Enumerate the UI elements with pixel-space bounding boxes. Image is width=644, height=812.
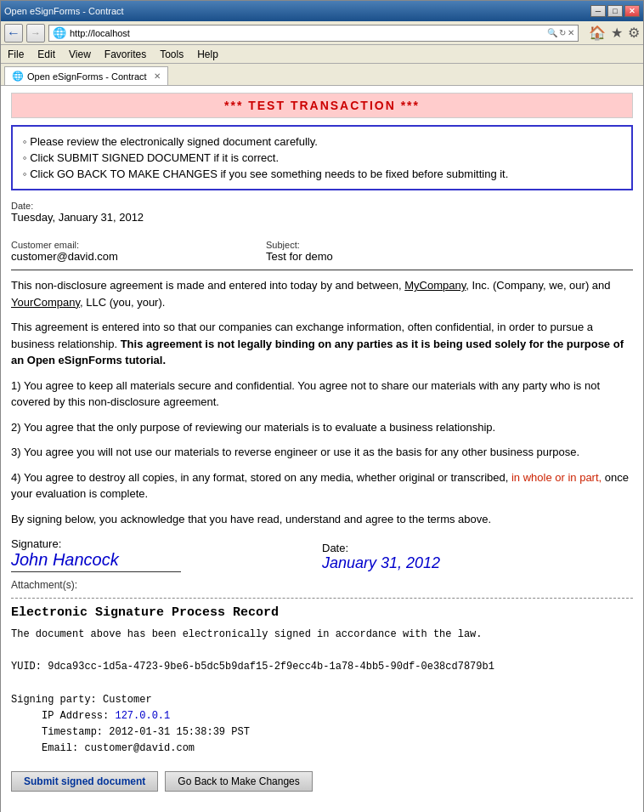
search-icon: 🔍 [547, 28, 557, 37]
date-signed-value: January 31, 2012 [322, 554, 633, 572]
subject-label: Subject: [266, 240, 633, 250]
address-bar: 🌐 http://localhost 🔍 ↻ ✕ [48, 25, 579, 42]
date-label: Date: [11, 201, 633, 211]
instruction-2: Click SUBMIT SIGNED DOCUMENT if it is co… [23, 150, 621, 166]
test-banner: *** TEST TRANSACTION *** [11, 93, 633, 118]
nav-bar: ← → 🌐 http://localhost 🔍 ↻ ✕ 🏠 ★ ⚙ [1, 21, 643, 45]
ip-value: 127.0.0.1 [115, 710, 170, 722]
email-text: Email: customer@david.com [42, 742, 195, 754]
menu-bar: File Edit View Favorites Tools Help [1, 45, 643, 64]
tab-label: Open eSignForms - Contract [27, 71, 147, 82]
active-tab[interactable]: 🌐 Open eSignForms - Contract ✕ [4, 66, 168, 85]
stop-icon[interactable]: ✕ [568, 28, 574, 37]
toolbar-right: 🏠 ★ ⚙ [589, 25, 640, 41]
espr-line1: The document above has been electronical… [11, 627, 633, 643]
minimize-button[interactable]: ─ [590, 5, 606, 17]
instructions-box: Please review the electronically signed … [11, 125, 633, 190]
yuid-value: 9dca93cc-1d5a-4723-9be6-b5dc5b9daf15-2f9… [48, 661, 494, 673]
para-6: 4) You agree to destroy all copies, in a… [11, 469, 633, 503]
espr-yuid: YUID: 9dca93cc-1d5a-4723-9be6-b5dc5b9daf… [11, 659, 633, 675]
back-button[interactable]: ← [4, 24, 23, 43]
signature-value: John Hancock [11, 550, 181, 572]
email-subject-row: Customer email: customer@david.com Subje… [11, 240, 633, 263]
para-7: By signing below, you acknowledge that y… [11, 511, 633, 528]
yuid-label: YUID: [11, 661, 42, 673]
signature-col: Signature: John Hancock [11, 537, 322, 572]
button-row: Submit signed document Go Back to Make C… [11, 771, 633, 792]
signature-row: Signature: John Hancock Date: January 31… [11, 537, 633, 572]
ip-label: IP Address: [42, 710, 109, 722]
menu-edit[interactable]: Edit [37, 48, 55, 60]
para-5: 3) You agree you will not use our materi… [11, 444, 633, 461]
section-divider [11, 598, 633, 599]
page-content: *** TEST TRANSACTION *** Please review t… [1, 86, 643, 812]
menu-help[interactable]: Help [197, 48, 218, 60]
menu-favorites[interactable]: Favorites [105, 48, 146, 60]
tab-bar: 🌐 Open eSignForms - Contract ✕ [1, 64, 643, 86]
para-2: This agreement is entered into so that o… [11, 319, 633, 369]
gear-icon[interactable]: ⚙ [628, 25, 640, 41]
maximize-button[interactable]: □ [607, 5, 623, 17]
menu-tools[interactable]: Tools [160, 48, 184, 60]
address-icons: 🔍 ↻ ✕ [547, 28, 574, 37]
para-3: 1) You agree to keep all materials secur… [11, 378, 633, 411]
address-text[interactable]: http://localhost [70, 28, 544, 38]
date-row: Date: Tuesday, January 31, 2012 [11, 201, 633, 224]
para-4: 2) You agree that the only purpose of re… [11, 419, 633, 436]
email-record: Email: customer@david.com [11, 741, 633, 757]
tab-icon: 🌐 [12, 71, 24, 82]
email-label: Customer email: [11, 240, 266, 250]
email-col: Customer email: customer@david.com [11, 240, 266, 263]
browser-title: Open eSignForms - Contract [4, 6, 124, 16]
window-controls: ─ □ ✕ [590, 5, 640, 17]
subject-col: Subject: Test for demo [266, 240, 633, 263]
forward-button[interactable]: → [26, 24, 45, 43]
signature-label: Signature: [11, 537, 322, 550]
go-back-button[interactable]: Go Back to Make Changes [165, 771, 312, 792]
para-1: This non-disclosure agreement is made an… [11, 277, 633, 310]
attachments-label: Attachment(s): [11, 579, 633, 591]
email-value: customer@david.com [11, 250, 266, 263]
espr-title: Electronic Signature Process Record [11, 605, 633, 620]
instructions-list: Please review the electronically signed … [23, 133, 621, 182]
document-body: This non-disclosure agreement is made an… [11, 277, 633, 527]
instruction-3: Click GO BACK TO MAKE CHANGES if you see… [23, 166, 621, 182]
date-signed-col: Date: January 31, 2012 [322, 542, 633, 572]
date-value: Tuesday, January 31, 2012 [11, 211, 633, 224]
signing-party: Signing party: Customer [11, 692, 633, 708]
page-icon: 🌐 [53, 26, 66, 39]
menu-view[interactable]: View [69, 48, 91, 60]
instruction-1: Please review the electronically signed … [23, 133, 621, 150]
espr-section: Electronic Signature Process Record The … [11, 605, 633, 758]
date-signed-label: Date: [322, 542, 633, 554]
divider-1 [11, 270, 633, 270]
timestamp: Timestamp: 2012-01-31 15:38:39 PST [11, 724, 633, 741]
tab-close-button[interactable]: ✕ [154, 71, 161, 81]
timestamp-text: Timestamp: 2012-01-31 15:38:39 PST [42, 726, 250, 738]
menu-file[interactable]: File [8, 48, 24, 60]
ip-address: IP Address: 127.0.0.1 [11, 708, 633, 724]
refresh-icon[interactable]: ↻ [559, 28, 566, 37]
title-bar: Open eSignForms - Contract ─ □ ✕ [1, 1, 643, 21]
espr-body: The document above has been electronical… [11, 627, 633, 758]
star-icon[interactable]: ★ [611, 25, 623, 41]
submit-button[interactable]: Submit signed document [11, 771, 158, 792]
subject-value: Test for demo [266, 250, 633, 263]
close-button[interactable]: ✕ [624, 5, 640, 17]
home-icon[interactable]: 🏠 [589, 25, 606, 41]
